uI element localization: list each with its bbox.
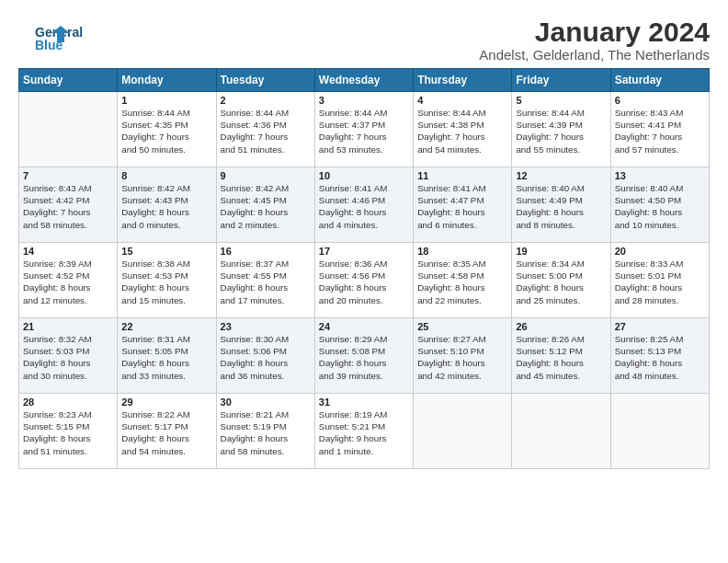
day-info: Sunrise: 8:23 AM Sunset: 5:15 PM Dayligh… [23,408,113,457]
calendar-cell: 6Sunrise: 8:43 AM Sunset: 4:41 PM Daylig… [610,92,709,167]
day-info: Sunrise: 8:27 AM Sunset: 5:10 PM Dayligh… [417,333,507,382]
day-number: 16 [221,246,311,257]
calendar-cell: 11Sunrise: 8:41 AM Sunset: 4:47 PM Dayli… [414,167,512,243]
calendar-cell: 29Sunrise: 8:22 AM Sunset: 5:17 PM Dayli… [118,394,216,469]
day-info: Sunrise: 8:36 AM Sunset: 4:56 PM Dayligh… [319,258,409,306]
day-info: Sunrise: 8:34 AM Sunset: 5:00 PM Dayligh… [516,258,606,306]
calendar-cell [414,394,512,469]
day-number: 7 [23,170,113,181]
calendar-cell: 22Sunrise: 8:31 AM Sunset: 5:05 PM Dayli… [118,318,216,394]
day-info: Sunrise: 8:42 AM Sunset: 4:43 PM Dayligh… [121,182,211,231]
calendar-cell: 1Sunrise: 8:44 AM Sunset: 4:35 PM Daylig… [118,92,216,167]
calendar-cell: 21Sunrise: 8:32 AM Sunset: 5:03 PM Dayli… [19,318,118,394]
day-info: Sunrise: 8:44 AM Sunset: 4:39 PM Dayligh… [516,107,606,155]
calendar-table: SundayMondayTuesdayWednesdayThursdayFrid… [18,68,710,469]
day-number: 31 [319,396,409,408]
day-info: Sunrise: 8:44 AM Sunset: 4:35 PM Dayligh… [121,107,211,155]
day-info: Sunrise: 8:35 AM Sunset: 4:58 PM Dayligh… [417,258,507,306]
day-info: Sunrise: 8:40 AM Sunset: 4:50 PM Dayligh… [615,182,705,231]
day-header-wednesday: Wednesday [314,69,413,92]
day-info: Sunrise: 8:43 AM Sunset: 4:41 PM Dayligh… [615,107,705,155]
calendar-cell: 5Sunrise: 8:44 AM Sunset: 4:39 PM Daylig… [512,92,610,167]
day-info: Sunrise: 8:38 AM Sunset: 4:53 PM Dayligh… [121,258,211,306]
day-header-row: SundayMondayTuesdayWednesdayThursdayFrid… [19,69,710,92]
day-info: Sunrise: 8:25 AM Sunset: 5:13 PM Dayligh… [615,333,705,382]
day-info: Sunrise: 8:31 AM Sunset: 5:05 PM Dayligh… [121,333,211,382]
header: General Blue January 2024 Andelst, Gelde… [18,17,710,63]
calendar-cell: 17Sunrise: 8:36 AM Sunset: 4:56 PM Dayli… [314,243,413,318]
calendar-cell: 30Sunrise: 8:21 AM Sunset: 5:19 PM Dayli… [216,394,314,469]
day-header-tuesday: Tuesday [216,69,314,92]
day-number: 21 [23,321,113,332]
calendar-cell: 13Sunrise: 8:40 AM Sunset: 4:50 PM Dayli… [610,167,709,243]
day-number: 29 [121,396,211,408]
calendar-cell: 9Sunrise: 8:42 AM Sunset: 4:45 PM Daylig… [216,167,314,243]
day-header-saturday: Saturday [610,69,709,92]
day-info: Sunrise: 8:30 AM Sunset: 5:06 PM Dayligh… [221,333,311,382]
day-number: 18 [417,246,507,257]
logo: General Blue [18,18,85,55]
day-number: 13 [615,170,705,181]
calendar-cell: 8Sunrise: 8:42 AM Sunset: 4:43 PM Daylig… [118,167,216,243]
calendar-cell: 3Sunrise: 8:44 AM Sunset: 4:37 PM Daylig… [314,92,413,167]
day-number: 10 [319,170,409,181]
calendar-cell: 19Sunrise: 8:34 AM Sunset: 5:00 PM Dayli… [512,243,610,318]
day-number: 26 [516,321,606,332]
day-number: 15 [121,246,211,257]
day-header-friday: Friday [512,69,610,92]
week-row-5: 28Sunrise: 8:23 AM Sunset: 5:15 PM Dayli… [19,394,710,469]
day-info: Sunrise: 8:33 AM Sunset: 5:01 PM Dayligh… [615,258,705,306]
calendar-cell: 27Sunrise: 8:25 AM Sunset: 5:13 PM Dayli… [610,318,709,394]
day-info: Sunrise: 8:44 AM Sunset: 4:36 PM Dayligh… [221,107,311,155]
day-header-monday: Monday [118,69,216,92]
day-header-thursday: Thursday [414,69,512,92]
calendar-cell: 23Sunrise: 8:30 AM Sunset: 5:06 PM Dayli… [216,318,314,394]
calendar-cell: 7Sunrise: 8:43 AM Sunset: 4:42 PM Daylig… [19,167,118,243]
day-header-sunday: Sunday [19,69,118,92]
day-info: Sunrise: 8:40 AM Sunset: 4:49 PM Dayligh… [516,182,606,231]
day-info: Sunrise: 8:37 AM Sunset: 4:55 PM Dayligh… [221,258,311,306]
day-info: Sunrise: 8:39 AM Sunset: 4:52 PM Dayligh… [23,258,113,306]
calendar-cell: 4Sunrise: 8:44 AM Sunset: 4:38 PM Daylig… [414,92,512,167]
day-number: 4 [417,95,507,106]
calendar-cell: 25Sunrise: 8:27 AM Sunset: 5:10 PM Dayli… [414,318,512,394]
day-number: 9 [221,170,311,181]
calendar-cell: 10Sunrise: 8:41 AM Sunset: 4:46 PM Dayli… [314,167,413,243]
calendar-cell: 24Sunrise: 8:29 AM Sunset: 5:08 PM Dayli… [314,318,413,394]
calendar-cell: 31Sunrise: 8:19 AM Sunset: 5:21 PM Dayli… [314,394,413,469]
day-info: Sunrise: 8:43 AM Sunset: 4:42 PM Dayligh… [23,182,113,231]
week-row-1: 1Sunrise: 8:44 AM Sunset: 4:35 PM Daylig… [19,92,710,167]
day-number: 2 [221,95,311,106]
day-number: 6 [615,95,705,106]
day-info: Sunrise: 8:22 AM Sunset: 5:17 PM Dayligh… [121,408,211,457]
day-number: 28 [23,396,113,408]
day-info: Sunrise: 8:44 AM Sunset: 4:38 PM Dayligh… [417,107,507,155]
day-info: Sunrise: 8:41 AM Sunset: 4:46 PM Dayligh… [319,182,409,231]
calendar-subtitle: Andelst, Gelderland, The Netherlands [479,47,710,63]
day-number: 1 [121,95,211,106]
calendar-cell: 15Sunrise: 8:38 AM Sunset: 4:53 PM Dayli… [118,243,216,318]
logo-icon: General Blue [18,18,85,55]
calendar-cell: 28Sunrise: 8:23 AM Sunset: 5:15 PM Dayli… [19,394,118,469]
day-info: Sunrise: 8:32 AM Sunset: 5:03 PM Dayligh… [23,333,113,382]
week-row-2: 7Sunrise: 8:43 AM Sunset: 4:42 PM Daylig… [19,167,710,243]
calendar-cell: 18Sunrise: 8:35 AM Sunset: 4:58 PM Dayli… [414,243,512,318]
week-row-3: 14Sunrise: 8:39 AM Sunset: 4:52 PM Dayli… [19,243,710,318]
calendar-page: General Blue January 2024 Andelst, Gelde… [0,0,728,478]
day-number: 12 [516,170,606,181]
calendar-cell: 2Sunrise: 8:44 AM Sunset: 4:36 PM Daylig… [216,92,314,167]
day-number: 30 [221,396,311,408]
day-number: 24 [319,321,409,332]
day-info: Sunrise: 8:19 AM Sunset: 5:21 PM Dayligh… [319,408,409,457]
day-number: 25 [417,321,507,332]
day-number: 17 [319,246,409,257]
day-info: Sunrise: 8:21 AM Sunset: 5:19 PM Dayligh… [221,408,311,457]
day-number: 3 [319,95,409,106]
day-number: 14 [23,246,113,257]
calendar-cell: 14Sunrise: 8:39 AM Sunset: 4:52 PM Dayli… [19,243,118,318]
calendar-cell: 26Sunrise: 8:26 AM Sunset: 5:12 PM Dayli… [512,318,610,394]
calendar-cell: 20Sunrise: 8:33 AM Sunset: 5:01 PM Dayli… [610,243,709,318]
day-number: 23 [221,321,311,332]
calendar-title: January 2024 [479,17,710,47]
day-info: Sunrise: 8:44 AM Sunset: 4:37 PM Dayligh… [319,107,409,155]
